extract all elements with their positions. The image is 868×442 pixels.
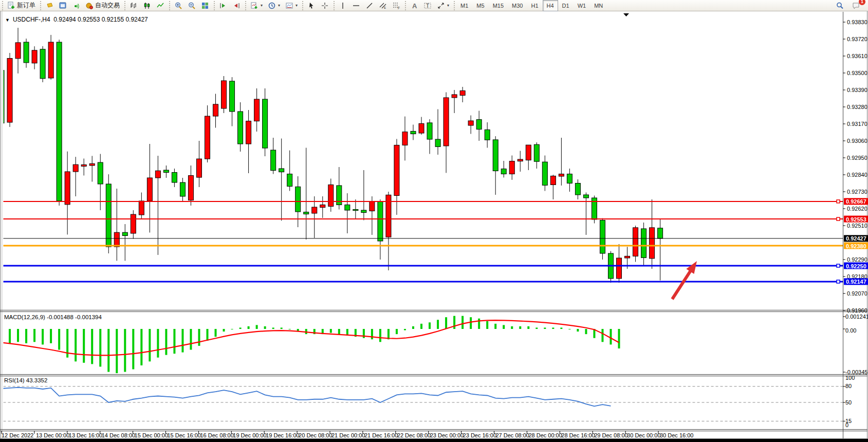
timeframe-d1-button[interactable]: D1 [558, 0, 574, 11]
macd-histogram-bar [535, 327, 538, 329]
trendline-button[interactable] [363, 0, 376, 11]
candle-body [296, 187, 301, 212]
collapse-triangle-icon[interactable]: ▼ [5, 17, 10, 23]
toolbar-separator [168, 1, 171, 10]
hline-handle[interactable] [837, 217, 840, 220]
macd-histogram-bar [83, 329, 85, 363]
rsi-pane [2, 386, 843, 421]
timeframe-m15-button[interactable]: M15 [489, 0, 508, 11]
candle-body [15, 43, 21, 59]
candle-body [501, 169, 506, 174]
macd-histogram-bar [552, 327, 554, 329]
candle-body [32, 50, 37, 63]
macd-histogram-bar [239, 327, 242, 329]
text-label-button[interactable]: T [421, 0, 434, 11]
macd-histogram-bar [429, 322, 431, 329]
candle-body [567, 174, 572, 183]
candle-body [658, 228, 663, 238]
candle-body [452, 95, 457, 98]
timeframe-m1-button[interactable]: M1 [456, 0, 472, 11]
chart-canvas[interactable]: 0.938300.937200.936100.935000.933900.932… [0, 11, 868, 442]
timeframe-mn-button[interactable]: MN [590, 0, 607, 11]
time-axis-label: 20 Dec 08:00 [299, 432, 332, 438]
zoom-out-icon [188, 2, 196, 10]
candle-body [230, 81, 235, 112]
auto-scroll-button[interactable] [217, 0, 229, 11]
candle-body [468, 121, 473, 125]
templates-button[interactable]: ▾ [283, 0, 300, 11]
tile-windows-button[interactable] [199, 0, 211, 11]
market-window-button[interactable] [57, 0, 69, 11]
macd-axis-label: 0.001241 [845, 314, 868, 320]
macd-histogram-bar [198, 329, 200, 346]
arrows-button[interactable]: ▾ [435, 0, 451, 11]
chart-line-button[interactable] [154, 0, 167, 11]
autotrade-icon [85, 2, 94, 10]
rsi-axis-label: 50 [845, 399, 852, 406]
signal-icon [72, 2, 80, 10]
hline-handle[interactable] [837, 264, 840, 267]
price-tick-label: 0.92510 [847, 223, 867, 229]
chart-candles-icon [143, 2, 151, 10]
signal-button[interactable] [70, 0, 82, 11]
search-button[interactable] [834, 0, 846, 11]
channel-button[interactable]: E [377, 0, 389, 11]
horizontal-line-button[interactable] [350, 0, 362, 11]
price-tick-label: 0.92290 [847, 256, 867, 263]
price-tick-label: 0.93390 [847, 87, 867, 93]
time-axis-label: 21 Dec 00:00 [331, 432, 365, 438]
timeframe-h1-button[interactable]: H1 [527, 0, 542, 11]
cursor-button[interactable] [305, 0, 318, 11]
zoom-out-button[interactable] [186, 0, 198, 11]
horizontal-line-icon [352, 2, 360, 10]
indicators-button[interactable]: ▾ [248, 0, 265, 11]
macd-signal-line [2, 320, 619, 355]
text-button[interactable]: A [408, 0, 420, 11]
timeframe-h4-button[interactable]: H4 [543, 0, 558, 11]
macd-histogram-bar [223, 329, 225, 332]
vertical-line-button[interactable] [337, 0, 349, 11]
rsi-axis: 1008050150 [843, 375, 855, 428]
time-axis-label: 16 Dec 08:00 [200, 432, 233, 438]
zoom-in-button[interactable] [172, 0, 184, 11]
candle-body [57, 42, 62, 201]
candle-body [328, 185, 334, 207]
chat-button[interactable]: 1 [850, 0, 862, 11]
macd-histogram-bar [601, 329, 603, 342]
gold-bar-icon [45, 2, 53, 10]
new-order-button[interactable]: 新订单 [5, 0, 38, 11]
svg-text:F: F [398, 6, 400, 9]
toolbar-separator [453, 1, 455, 10]
chart-shift-button[interactable] [230, 0, 243, 11]
hline-handle[interactable] [837, 200, 840, 203]
candle-body [370, 202, 375, 211]
macd-indicator-label: MACD(12,26,9) -0.001488 -0.001394 [4, 314, 102, 320]
autotrade-button[interactable]: 自动交易 [83, 0, 122, 11]
rsi-line [2, 388, 611, 406]
trend-arrow-annotation[interactable] [672, 261, 697, 299]
macd-histogram-bar [9, 329, 11, 343]
timeframe-w1-button[interactable]: W1 [574, 0, 590, 11]
chevron-down-icon: ▾ [447, 3, 449, 8]
candle-body [172, 173, 177, 183]
toolbar: 新订单自动交易▾▾▾EFAT▾M1M5M15M30H1H4D1W1MN1 [0, 0, 868, 11]
zoom-in-icon [174, 2, 182, 10]
periods-clock-button[interactable]: ▾ [266, 0, 282, 11]
chart-window: ▼USDCHF-,H4 0.92494 0.92553 0.92155 0.92… [0, 11, 868, 442]
timeframe-m30-button[interactable]: M30 [508, 0, 527, 11]
hline-handle[interactable] [837, 280, 840, 283]
fibonacci-button[interactable]: F [390, 0, 402, 11]
candle-body [444, 98, 449, 146]
crosshair-button[interactable] [319, 0, 331, 11]
gold-bar-button[interactable] [43, 0, 56, 11]
candle-body [213, 104, 218, 116]
timeframe-m5-button[interactable]: M5 [472, 0, 488, 11]
chart-candles-button[interactable] [141, 0, 153, 11]
chart-bars-button[interactable] [127, 0, 140, 11]
candle-body [345, 205, 350, 211]
macd-histogram-bar [585, 329, 587, 334]
auto-scroll-icon [219, 2, 227, 10]
macd-histogram-bar [420, 324, 422, 329]
candle-body [320, 205, 325, 208]
chart-symbol-period: USDCHF-,H4 [13, 16, 50, 23]
